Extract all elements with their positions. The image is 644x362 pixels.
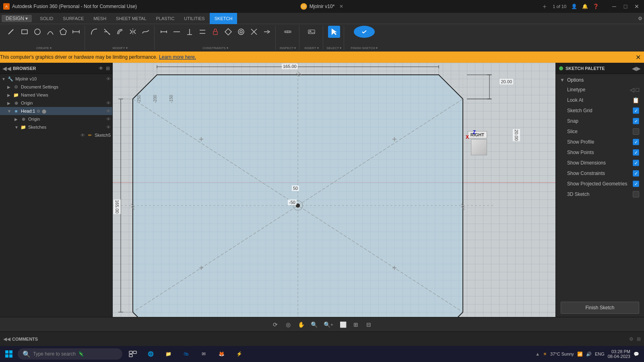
browser-eye-sketches[interactable]: 👁 — [106, 125, 111, 130]
zoom-tool[interactable]: 🔍 — [308, 319, 320, 330]
perpendicular-constraint[interactable] — [184, 26, 196, 38]
browser-eye-head1[interactable]: 👁 — [106, 109, 111, 113]
comments-collapse-icon[interactable]: ◀◀ — [3, 336, 10, 342]
create-label[interactable]: CREATE ▾ — [36, 46, 52, 50]
browser-item-named-views[interactable]: ▶ 📁 Named Views — [0, 91, 112, 99]
head1-settings-icon[interactable]: ⚙ — [37, 109, 40, 113]
finish-sketch-palette-button[interactable]: Finish Sketch — [561, 302, 639, 314]
insert-label[interactable]: INSERT ▾ — [304, 46, 318, 50]
store-app[interactable]: 🛍 — [177, 347, 195, 361]
dimension-tool[interactable] — [158, 26, 170, 38]
firefox-browser[interactable]: 🦊 — [213, 347, 230, 361]
palette-collapse-icon[interactable]: ◀▶ — [632, 65, 641, 72]
mail-app[interactable]: ✉ — [195, 347, 213, 361]
comments-expand-icon[interactable]: ⊞ — [637, 336, 641, 342]
start-button[interactable] — [2, 347, 16, 361]
comments-settings-icon[interactable]: ⚙ — [629, 336, 634, 342]
fusion-taskbar[interactable]: ⚡ — [230, 347, 248, 361]
circle-tool[interactable] — [31, 26, 43, 38]
extend-tool[interactable] — [261, 26, 273, 38]
orientation-cube[interactable]: RIGHT X Z — [463, 131, 487, 155]
linetype-right-icon[interactable]: □ — [636, 86, 639, 93]
palette-snap-checkbox[interactable]: ✓ — [633, 118, 639, 124]
palette-slice-checkbox[interactable] — [633, 128, 639, 135]
file-explorer[interactable]: 📁 — [159, 347, 177, 361]
design-dropdown[interactable]: DESIGN ▾ — [2, 15, 32, 22]
tab-solid[interactable]: SOLID — [35, 13, 58, 24]
browser-item-root[interactable]: ▼ 🔧 Mjolnir v10 👁 — [0, 75, 112, 83]
fillet-tool[interactable] — [88, 26, 100, 38]
browser-item-sketch5[interactable]: ▶ 👁 ✏ Sketch5 — [0, 131, 112, 139]
add-icon[interactable]: ＋ — [541, 2, 548, 11]
coincident-constraint[interactable] — [248, 26, 260, 38]
help-icon[interactable]: ❓ — [593, 4, 599, 9]
trim-tool[interactable] — [101, 26, 113, 38]
browser-item-head1[interactable]: ▼ ■ Head:1 ⚙ ⬤ 👁 — [0, 107, 112, 115]
edge-browser[interactable]: 🌐 — [142, 347, 159, 361]
select-tool[interactable] — [328, 26, 340, 38]
browser-eye-origin-root[interactable]: 👁 — [106, 101, 111, 105]
browser-item-sketches[interactable]: ▼ 📁 Sketches 👁 — [0, 123, 112, 131]
palette-3dsketch-checkbox[interactable] — [633, 191, 639, 197]
rectangle-tool[interactable] — [19, 26, 31, 38]
insert-image-tool[interactable] — [303, 26, 320, 38]
taskview-button[interactable] — [124, 347, 142, 361]
finish-sketch-label[interactable]: FINISH SKETCH ▾ — [351, 46, 378, 50]
palette-showconstraints-checkbox[interactable]: ✓ — [633, 170, 639, 177]
mirror-tool[interactable] — [127, 26, 139, 38]
wifi-icon[interactable]: 📶 — [577, 352, 583, 357]
concentric-constraint[interactable] — [235, 26, 247, 38]
browser-collapse-icon[interactable]: ◀◀ — [2, 65, 11, 72]
notification-icon-taskbar[interactable]: 💬 — [634, 352, 639, 357]
spline-tool[interactable] — [140, 26, 152, 38]
horizontal-constraint[interactable] — [171, 26, 183, 38]
volume-icon[interactable]: 🔊 — [586, 352, 592, 357]
arc-tool[interactable] — [44, 26, 56, 38]
system-tray-icons[interactable]: ▲ — [535, 352, 540, 356]
equal-constraint[interactable] — [222, 26, 234, 38]
close-button[interactable]: ✕ — [633, 2, 641, 10]
viewport[interactable]: 165.00 20.00 20.00 165.00 -50 50 -250 -2… — [113, 63, 555, 317]
tab-plastic[interactable]: PLASTIC — [151, 13, 180, 24]
taskbar-clock[interactable]: 03:28 PM 08-04-2023 — [608, 349, 630, 359]
fit-tool[interactable]: 🔍+ — [321, 319, 336, 330]
grid-tool[interactable]: ⊞ — [350, 319, 361, 330]
palette-showpoints-checkbox[interactable]: ✓ — [633, 149, 639, 156]
look-at-tool[interactable]: ◎ — [283, 319, 294, 330]
orientation-cube-body[interactable] — [471, 139, 487, 155]
palette-options-header[interactable]: ▼ Options — [556, 76, 644, 84]
palette-showprofile-checkbox[interactable]: ✓ — [633, 139, 639, 145]
palette-sketchgrid-checkbox[interactable]: ✓ — [633, 107, 639, 114]
browser-expand-icon[interactable]: ⊞ — [106, 66, 110, 71]
measure-tool[interactable] — [279, 26, 297, 38]
tab-close-icon[interactable]: ✕ — [339, 4, 343, 9]
linetype-left-icon[interactable]: ◁ — [630, 86, 634, 93]
browser-item-head1-origin[interactable]: ▶ ⊕ Origin 👁 — [0, 115, 112, 123]
inspect-label[interactable]: INSPECT ▾ — [280, 46, 296, 50]
browser-eye-root[interactable]: 👁 — [106, 76, 111, 81]
tab-surface[interactable]: SURFACE — [58, 13, 89, 24]
account-icon[interactable]: 👤 — [571, 4, 577, 9]
minimize-button[interactable]: ─ — [610, 2, 618, 10]
warning-close-icon[interactable]: ✕ — [636, 53, 641, 61]
tab-sheet-metal[interactable]: SHEET METAL — [111, 13, 151, 24]
search-box[interactable]: 🔍 Type here to search 🦎 — [18, 348, 122, 360]
select-label[interactable]: SELECT ▾ — [326, 46, 341, 50]
constraints-label[interactable]: CONSTRAINTS ▾ — [202, 46, 228, 50]
maximize-button[interactable]: □ — [621, 2, 630, 10]
browser-item-origin-root[interactable]: ▶ ⊕ Origin 👁 — [0, 99, 112, 107]
settings-icon[interactable]: ⚙ — [638, 16, 642, 21]
hline-tool[interactable] — [70, 26, 82, 38]
orientation-right-face[interactable]: RIGHT — [468, 131, 487, 138]
polygon-tool[interactable] — [57, 26, 69, 38]
tab-mesh[interactable]: MESH — [89, 13, 111, 24]
palette-showprojected-checkbox[interactable]: ✓ — [633, 181, 639, 187]
tab-utilities[interactable]: UTILITIES — [179, 13, 209, 24]
offset-tool[interactable] — [114, 26, 126, 38]
browser-eye-head1-origin[interactable]: 👁 — [106, 117, 111, 121]
tab-sketch[interactable]: SKETCH — [210, 13, 237, 24]
display-mode-tool[interactable]: ⬜ — [337, 319, 349, 330]
parallel-constraint[interactable] — [196, 26, 208, 38]
warning-link[interactable]: Learn more here. — [159, 54, 196, 60]
lock-constraint[interactable] — [209, 26, 221, 38]
